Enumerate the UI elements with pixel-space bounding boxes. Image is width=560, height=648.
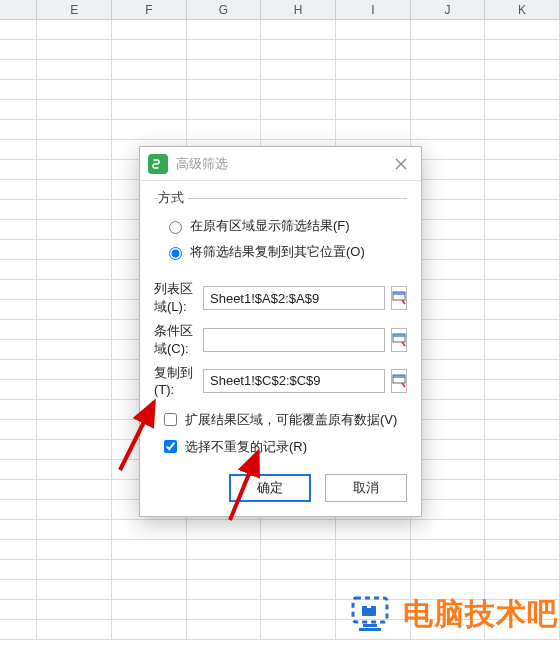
cell[interactable] — [112, 120, 187, 140]
cell[interactable] — [112, 540, 187, 560]
cell[interactable] — [0, 560, 37, 580]
cell[interactable] — [485, 320, 560, 340]
cell[interactable] — [37, 520, 112, 540]
cell[interactable] — [485, 240, 560, 260]
cell[interactable] — [336, 40, 411, 60]
cell[interactable] — [37, 100, 112, 120]
cell[interactable] — [485, 340, 560, 360]
col-header[interactable]: J — [411, 0, 486, 19]
cell[interactable] — [411, 80, 486, 100]
radio-copy-to-input[interactable] — [169, 247, 182, 260]
cell[interactable] — [485, 180, 560, 200]
cell[interactable] — [0, 380, 37, 400]
cell[interactable] — [0, 400, 37, 420]
cell[interactable] — [261, 540, 336, 560]
cell[interactable] — [0, 160, 37, 180]
cell[interactable] — [0, 320, 37, 340]
cell[interactable] — [411, 120, 486, 140]
cell[interactable] — [0, 540, 37, 560]
cell[interactable] — [0, 260, 37, 280]
cell[interactable] — [37, 620, 112, 640]
cell[interactable] — [37, 120, 112, 140]
cell[interactable] — [112, 600, 187, 620]
cell[interactable] — [187, 580, 262, 600]
cell[interactable] — [485, 20, 560, 40]
cell[interactable] — [261, 620, 336, 640]
cell[interactable] — [0, 120, 37, 140]
cell[interactable] — [37, 540, 112, 560]
cell[interactable] — [485, 560, 560, 580]
cell[interactable] — [0, 500, 37, 520]
cell[interactable] — [336, 20, 411, 40]
cell[interactable] — [0, 440, 37, 460]
cell[interactable] — [37, 560, 112, 580]
cell[interactable] — [112, 20, 187, 40]
radio-filter-inplace-input[interactable] — [169, 221, 182, 234]
cell[interactable] — [187, 40, 262, 60]
cell[interactable] — [0, 140, 37, 160]
cell[interactable] — [485, 360, 560, 380]
cell[interactable] — [37, 340, 112, 360]
cell[interactable] — [37, 280, 112, 300]
cell[interactable] — [112, 560, 187, 580]
criteria-range-picker[interactable] — [391, 328, 407, 352]
cell[interactable] — [112, 80, 187, 100]
cell[interactable] — [37, 200, 112, 220]
cell[interactable] — [485, 80, 560, 100]
cell[interactable] — [485, 120, 560, 140]
cell[interactable] — [411, 100, 486, 120]
cell[interactable] — [112, 60, 187, 80]
col-header[interactable]: G — [187, 0, 262, 19]
cell[interactable] — [411, 560, 486, 580]
cell[interactable] — [0, 20, 37, 40]
cell[interactable] — [485, 420, 560, 440]
cell[interactable] — [261, 60, 336, 80]
cell[interactable] — [0, 60, 37, 80]
cell[interactable] — [0, 580, 37, 600]
cell[interactable] — [485, 300, 560, 320]
cell[interactable] — [37, 580, 112, 600]
cell[interactable] — [187, 20, 262, 40]
expand-results-checkbox-row[interactable]: 扩展结果区域，可能覆盖原有数据(V) — [154, 406, 407, 433]
cell[interactable] — [485, 460, 560, 480]
cell[interactable] — [112, 620, 187, 640]
cell[interactable] — [37, 180, 112, 200]
cell[interactable] — [187, 620, 262, 640]
cell[interactable] — [485, 520, 560, 540]
cell[interactable] — [37, 60, 112, 80]
col-header[interactable]: H — [261, 0, 336, 19]
cell[interactable] — [37, 240, 112, 260]
dialog-titlebar[interactable]: 高级筛选 — [140, 147, 421, 181]
cell[interactable] — [37, 500, 112, 520]
cell[interactable] — [0, 460, 37, 480]
cell[interactable] — [485, 400, 560, 420]
cell[interactable] — [0, 200, 37, 220]
cell[interactable] — [112, 100, 187, 120]
cell[interactable] — [187, 100, 262, 120]
cell[interactable] — [336, 60, 411, 80]
cell[interactable] — [485, 100, 560, 120]
col-header[interactable]: E — [37, 0, 112, 19]
radio-filter-inplace[interactable]: 在原有区域显示筛选结果(F) — [158, 213, 405, 239]
cell[interactable] — [37, 300, 112, 320]
ok-button[interactable]: 确定 — [229, 474, 311, 502]
cell[interactable] — [0, 80, 37, 100]
cell[interactable] — [187, 60, 262, 80]
cell[interactable] — [37, 480, 112, 500]
cell[interactable] — [187, 520, 262, 540]
cell[interactable] — [485, 40, 560, 60]
cell[interactable] — [261, 580, 336, 600]
cell[interactable] — [336, 520, 411, 540]
close-button[interactable] — [387, 150, 415, 178]
cell[interactable] — [37, 40, 112, 60]
cell[interactable] — [37, 20, 112, 40]
cell[interactable] — [37, 420, 112, 440]
cell[interactable] — [485, 440, 560, 460]
cell[interactable] — [187, 600, 262, 620]
cell[interactable] — [485, 500, 560, 520]
cell[interactable] — [37, 400, 112, 420]
criteria-range-input[interactable] — [203, 328, 385, 352]
cell[interactable] — [485, 540, 560, 560]
cell[interactable] — [336, 120, 411, 140]
cell[interactable] — [261, 80, 336, 100]
